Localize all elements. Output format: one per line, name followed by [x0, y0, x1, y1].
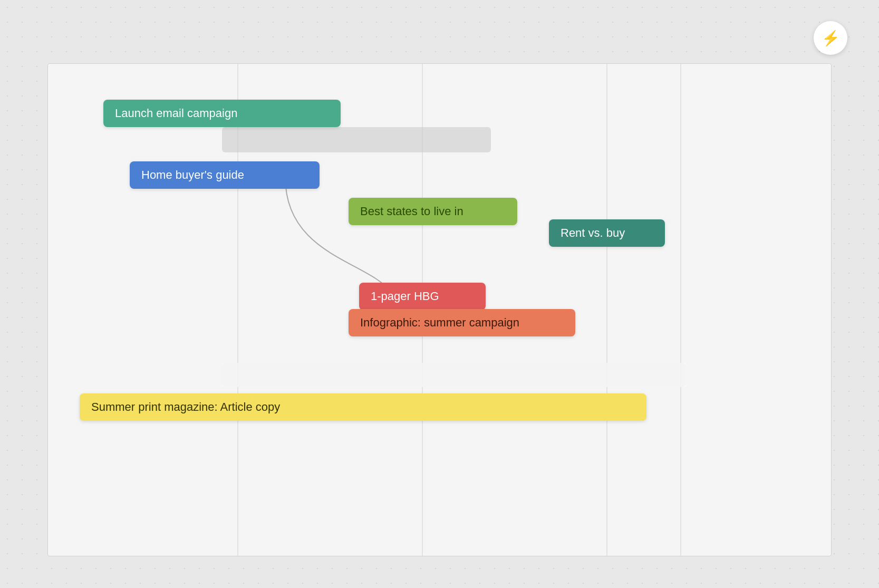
chip-infographic-summer[interactable]: Infographic: summer campaign — [349, 309, 575, 336]
chip-label-one-pager-hbg: 1-pager HBG — [371, 290, 439, 303]
chip-label-infographic-summer: Infographic: summer campaign — [360, 316, 519, 329]
chip-label-summer-print-magazine: Summer print magazine: Article copy — [91, 400, 280, 413]
chip-label-rent-vs-buy: Rent vs. buy — [561, 226, 625, 239]
lightning-button[interactable]: ⚡ — [814, 21, 847, 55]
lightning-icon: ⚡ — [822, 30, 840, 47]
chip-launch-email-campaign[interactable]: Launch email campaign — [103, 100, 341, 127]
chip-home-buyers-guide[interactable]: Home buyer's guide — [130, 161, 320, 189]
chip-label-best-states: Best states to live in — [360, 205, 463, 218]
chip-rent-vs-buy[interactable]: Rent vs. buy — [549, 219, 665, 247]
main-canvas: Launch email campaignHome buyer's guideB… — [47, 63, 832, 556]
chip-label-home-buyers-guide: Home buyer's guide — [141, 168, 244, 181]
chip-summer-print-magazine[interactable]: Summer print magazine: Article copy — [80, 393, 646, 421]
chip-best-states[interactable]: Best states to live in — [349, 198, 517, 225]
chip-label-launch-email-campaign: Launch email campaign — [115, 107, 237, 120]
chip-one-pager-hbg[interactable]: 1-pager HBG — [359, 283, 486, 310]
white-bar — [222, 363, 686, 387]
gray-bar-0 — [222, 127, 491, 152]
